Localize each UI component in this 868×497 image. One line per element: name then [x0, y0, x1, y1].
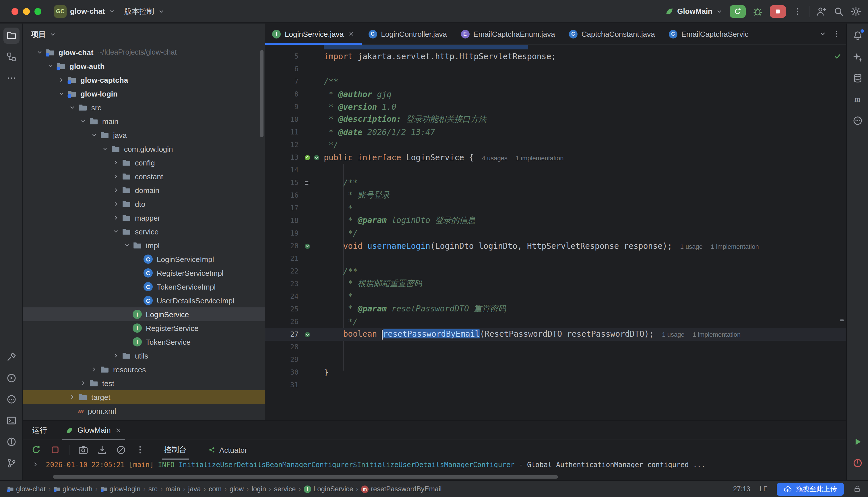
tree-item-resources[interactable]: resources — [23, 363, 265, 377]
run-configuration-selector[interactable]: GlowMain — [664, 6, 723, 16]
code-line-8[interactable]: 8 * @author gjq — [265, 88, 846, 101]
more-v-button[interactable] — [135, 445, 145, 455]
code-line-25[interactable]: 25 * @param resetPasswordDTO 重置密码 — [265, 303, 846, 315]
rerun-green-button[interactable] — [31, 445, 41, 455]
spring-bean-icon[interactable] — [304, 154, 311, 161]
chevron-right-icon[interactable] — [55, 76, 67, 83]
code-line-13[interactable]: 13public interface LoginService {4 usage… — [265, 151, 846, 164]
code-line-26[interactable]: 26 */ — [265, 315, 846, 328]
window-close-button[interactable] — [12, 8, 18, 15]
problems-button[interactable] — [3, 434, 19, 450]
close-icon[interactable] — [115, 427, 122, 434]
chevron-right-icon[interactable] — [109, 159, 122, 166]
chevron-right-icon[interactable] — [109, 214, 122, 221]
todo-button[interactable] — [3, 391, 19, 407]
code-line-7[interactable]: 7/** — [265, 75, 846, 88]
maven-button[interactable]: m — [849, 91, 865, 108]
tree-item-service[interactable]: service — [23, 225, 265, 239]
code-line-9[interactable]: 9 * @version 1.0 — [265, 101, 846, 113]
tree-item-utils[interactable]: utils — [23, 349, 265, 363]
rerun-button[interactable] — [730, 5, 746, 17]
build-button[interactable] — [3, 349, 19, 365]
console-log-line[interactable]: 2026-01-10 22:05:21 [main] INFO Initiali… — [23, 461, 846, 468]
tab-emailcaptchaservic[interactable]: CEmailCaptchaServic — [662, 24, 755, 44]
tab-logincontroller-java[interactable]: CLoginController.java — [362, 24, 454, 44]
tree-item-domain[interactable]: domain — [23, 183, 265, 197]
database-button[interactable] — [849, 70, 865, 86]
more-actions-button[interactable] — [793, 6, 802, 16]
breadcrumb-item-login[interactable]: login — [251, 485, 266, 493]
scrollbar-mark[interactable] — [840, 320, 844, 321]
stop-button[interactable] — [770, 5, 786, 17]
chevron-right-icon[interactable] — [109, 352, 122, 359]
stop-red-button[interactable] — [50, 445, 60, 455]
tree-item-java[interactable]: java — [23, 128, 265, 142]
chevron-right-icon[interactable] — [109, 187, 122, 194]
chevron-down-icon[interactable] — [77, 118, 89, 125]
breadcrumb-item-resetpasswordbyemail[interactable]: mresetPasswordByEmail — [361, 485, 442, 493]
chevron-right-icon[interactable] — [77, 380, 89, 387]
tree-item-tokenserviceimpl[interactable]: CTokenServiceImpl — [23, 280, 265, 294]
close-icon[interactable] — [348, 30, 354, 37]
code-line-15[interactable]: 15 /** — [265, 176, 846, 189]
tree-item-registerservice[interactable]: IRegisterService — [23, 321, 265, 335]
tree-item-tokenservice[interactable]: ITokenService — [23, 335, 265, 349]
vcs-widget[interactable]: 版本控制 — [120, 4, 169, 18]
tree-item-test[interactable]: test — [23, 377, 265, 390]
code-line-27[interactable]: 27 boolean resetPasswordByEmail(ResetPas… — [265, 328, 846, 341]
camera-button[interactable] — [78, 445, 88, 455]
tree-item-com-glow-login[interactable]: com.glow.login — [23, 142, 265, 156]
vcs-button[interactable] — [3, 455, 19, 471]
code-line-5[interactable]: 5import jakarta.servlet.http.HttpServlet… — [265, 50, 846, 62]
breadcrumb-item-glow[interactable]: glow — [230, 485, 244, 493]
profiler-button[interactable] — [849, 455, 865, 471]
chevron-down-icon[interactable] — [99, 145, 111, 152]
run-tab-glowmain[interactable]: GlowMain — [62, 421, 125, 440]
chevron-down-icon[interactable] — [109, 228, 122, 235]
project-panel-header[interactable]: 项目 — [23, 24, 265, 45]
tree-item-constant[interactable]: constant — [23, 170, 265, 183]
terminal-button[interactable] — [3, 413, 19, 429]
tree-item-src[interactable]: src — [23, 101, 265, 114]
hidden-tabs-button[interactable] — [819, 30, 827, 38]
breadcrumb-item-src[interactable]: src — [148, 485, 158, 493]
tab-captchaconstant-java[interactable]: CCaptchaConstant.java — [562, 24, 662, 44]
chevron-down-icon[interactable] — [44, 62, 56, 70]
tree-item-glow-chat[interactable]: glow-chat~/IdeaProjects/glow-chat — [23, 45, 265, 59]
code-line-18[interactable]: 18 * @param loginDto 登录的信息 — [265, 214, 846, 227]
code-line-23[interactable]: 23 * 根据邮箱重置密码 — [265, 278, 846, 290]
doc-render-toggle-icon[interactable] — [304, 179, 311, 186]
structure-button[interactable] — [3, 49, 19, 65]
breadcrumb-item-loginservice[interactable]: ILoginService — [304, 485, 353, 493]
console-horizontal-scrollbar[interactable] — [53, 475, 558, 479]
code-line-22[interactable]: 22 /** — [265, 265, 846, 278]
tree-item-pom-xml[interactable]: mpom.xml — [23, 404, 265, 418]
breadcrumb-item-glow-chat[interactable]: glow-chat — [7, 485, 46, 493]
project-selector[interactable]: GC glow-chat — [49, 3, 120, 19]
tree-item-target[interactable]: target — [23, 390, 265, 404]
code-line-16[interactable]: 16 * 账号登录 — [265, 189, 846, 202]
breadcrumb-item-service[interactable]: service — [274, 485, 296, 493]
tree-item-glow-auth[interactable]: glow-auth — [23, 59, 265, 73]
upload-button[interactable]: 拖拽至此上传 — [777, 482, 844, 496]
chevron-right-icon[interactable] — [109, 200, 122, 208]
chevron-down-icon[interactable] — [55, 90, 67, 97]
chevron-down-icon[interactable] — [120, 242, 133, 249]
chevron-right-icon[interactable] — [109, 173, 122, 180]
code-line-29[interactable]: 29 — [265, 353, 846, 366]
chevron-down-icon[interactable] — [66, 104, 78, 111]
project-button[interactable] — [3, 28, 19, 44]
notifications-button[interactable] — [849, 28, 865, 44]
code-line-31[interactable]: 31 — [265, 379, 846, 391]
clear-button[interactable] — [116, 445, 126, 455]
code-line-10[interactable]: 10 * @description: 登录功能相关接口方法 — [265, 113, 846, 126]
tree-item-mapper[interactable]: mapper — [23, 211, 265, 225]
breadcrumb-item-java[interactable]: java — [188, 485, 201, 493]
window-zoom-button[interactable] — [34, 8, 41, 15]
implemented-marker-icon[interactable] — [304, 331, 311, 338]
code-line-28[interactable]: 28 — [265, 341, 846, 353]
chevron-down-icon[interactable] — [33, 49, 45, 56]
tree-item-loginservice[interactable]: ILoginService — [23, 308, 265, 321]
breadcrumb-item-main[interactable]: main — [165, 485, 180, 493]
actuator-tab[interactable]: Actuator — [208, 445, 247, 454]
